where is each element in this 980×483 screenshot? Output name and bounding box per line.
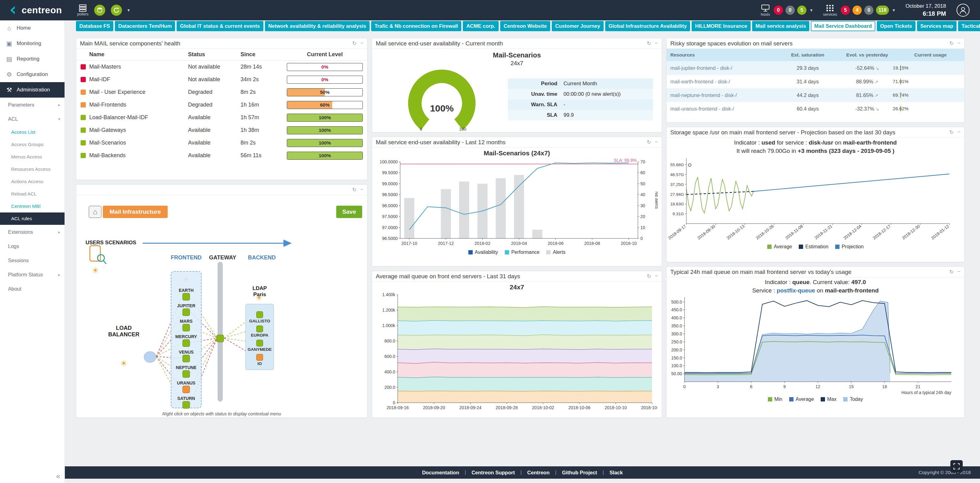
centreon-logo[interactable]: centreon bbox=[0, 5, 65, 16]
sidebar-item-access-groups[interactable]: Access Groups bbox=[0, 138, 65, 151]
sidebar-item-platform-status[interactable]: Platform Status▸ bbox=[0, 268, 65, 282]
mail-queue-31-days-chart[interactable]: 0200.0400.0600.0800.01.000k1.200k1.400k2… bbox=[376, 291, 658, 412]
refresh-icon[interactable]: ↻ bbox=[950, 129, 954, 135]
collapse-icon[interactable]: − bbox=[958, 269, 961, 275]
sidebar-item-administration[interactable]: ⚒Administration bbox=[0, 82, 65, 97]
sidebar-item-logs[interactable]: Logs bbox=[0, 239, 65, 253]
footer-link-slack[interactable]: Slack bbox=[609, 470, 623, 476]
sidebar-item-access-list[interactable]: Access List bbox=[0, 126, 65, 138]
node-saturn[interactable] bbox=[183, 401, 190, 408]
tab-network-availability-reliability-analysis[interactable]: Network availability & reliability analy… bbox=[265, 21, 369, 31]
sidebar-item-centreon-mbi[interactable]: Centreon MBI bbox=[0, 200, 65, 212]
tab-services-map[interactable]: Services map bbox=[917, 21, 956, 31]
node-europa[interactable] bbox=[256, 325, 263, 332]
services-badge-0[interactable]: 5 bbox=[841, 6, 850, 15]
pollers-caret-icon[interactable]: ▾ bbox=[127, 7, 130, 13]
sidebar-item-acl[interactable]: ACL▾ bbox=[0, 112, 65, 126]
node-mercury[interactable] bbox=[183, 340, 190, 347]
tab-mail-service-analysis[interactable]: Mail service analysis bbox=[752, 21, 809, 31]
refresh-icon[interactable]: ↻ bbox=[950, 269, 954, 275]
typical-24h-queue-chart[interactable]: 50.00100.0150.0200.0250.0300.0350.0400.0… bbox=[667, 294, 956, 396]
node-io[interactable] bbox=[256, 354, 263, 361]
fullscreen-toggle-button[interactable] bbox=[950, 460, 963, 472]
collapse-icon[interactable]: − bbox=[655, 139, 658, 145]
storage-projection-chart[interactable]: 9.31G18.63G27.94G37.25G46.57G55.88G2018-… bbox=[667, 155, 956, 243]
table-row[interactable]: mail-uranus-frontend - disk-/60.4 days-3… bbox=[667, 102, 964, 115]
table-row[interactable]: Mail-GatewaysAvailable1h 38m100% bbox=[76, 124, 367, 137]
hosts-badge-1[interactable]: 0 bbox=[786, 6, 795, 15]
table-row[interactable]: Load-Balancer-Mail-IDFAvailable1h 57m100… bbox=[76, 111, 367, 124]
node-ganymede[interactable] bbox=[256, 340, 263, 346]
node-mars[interactable] bbox=[183, 324, 190, 332]
tab-centreon-website[interactable]: Centreon Website bbox=[500, 21, 550, 31]
refresh-icon[interactable]: ↻ bbox=[352, 187, 356, 193]
node-uranus[interactable] bbox=[183, 386, 190, 393]
tab-mail-service-dashboard[interactable]: Mail Service Dashboard bbox=[811, 21, 875, 31]
services-badge-2[interactable]: 0 bbox=[864, 6, 873, 15]
node-gallisto[interactable] bbox=[256, 311, 263, 318]
services-badge-3[interactable]: 118 bbox=[876, 6, 889, 15]
sidebar-item-about[interactable]: About bbox=[0, 282, 65, 296]
tab-global-infrastructure-availability[interactable]: Global Infrastructure Availability bbox=[605, 21, 690, 31]
collapse-icon[interactable]: − bbox=[360, 40, 363, 47]
tab-customer-journey[interactable]: Customer Journey bbox=[552, 21, 604, 31]
node-earth[interactable] bbox=[183, 293, 190, 300]
infrastructure-banner[interactable]: Mail Infrastructure bbox=[103, 206, 168, 218]
user-avatar-icon[interactable] bbox=[956, 4, 969, 17]
hosts-caret-icon[interactable]: ▾ bbox=[810, 7, 813, 13]
home-icon[interactable]: ⌂ bbox=[89, 206, 102, 218]
node-load-balancer[interactable] bbox=[144, 351, 156, 363]
sidebar-item-acl-rules[interactable]: ACL rules bbox=[0, 212, 65, 225]
sidebar-item-extensions[interactable]: Extensions▸ bbox=[0, 225, 65, 239]
footer-link-github-project[interactable]: Github Project bbox=[562, 470, 597, 476]
collapse-icon[interactable]: − bbox=[958, 129, 961, 135]
table-row[interactable]: mail-neptune-frontend - disk-/44.2 days8… bbox=[667, 88, 964, 102]
sidebar-item-reload-acl[interactable]: Reload ACL bbox=[0, 188, 65, 200]
table-row[interactable]: Mail-ScenariosAvailable8m 2s100% bbox=[76, 137, 367, 149]
tab-global-it-status-current-events[interactable]: Global IT status & current events bbox=[177, 21, 263, 31]
table-row[interactable]: Mail-FrontendsDegraded1h 16m60% bbox=[76, 99, 367, 111]
infrastructure-diagram[interactable]: ☀☀☀☀⌂Mail InfrastructureSaveUSERS SCENAR… bbox=[76, 195, 367, 418]
collapse-icon[interactable]: − bbox=[958, 40, 961, 47]
pollers-button[interactable]: pollers bbox=[77, 4, 89, 16]
tab-hillmore-insurance[interactable]: HILLMORE Insurance bbox=[692, 21, 751, 31]
services-caret-icon[interactable]: ▾ bbox=[892, 7, 895, 13]
node-neptune[interactable] bbox=[183, 370, 190, 378]
save-button[interactable]: Save bbox=[336, 206, 362, 218]
node-gateway[interactable] bbox=[216, 335, 224, 342]
table-row[interactable]: Mail-IDFNot available34m 2s0% bbox=[76, 73, 367, 86]
sidebar-item-home[interactable]: ⌂Home bbox=[0, 21, 65, 36]
sidebar-item-parameters[interactable]: Parameters▸ bbox=[0, 97, 65, 112]
collapse-icon[interactable]: − bbox=[360, 187, 363, 193]
tab-tactical-overview[interactable]: Tactical Overview bbox=[958, 21, 980, 31]
availability-12-months-chart[interactable]: SLA: 99.9%96.500097.000097.500098.000098… bbox=[376, 157, 658, 249]
sidebar-collapse-button[interactable]: « bbox=[56, 472, 60, 481]
sidebar-item-reporting[interactable]: ▤Reporting bbox=[0, 51, 65, 67]
table-row[interactable]: Mail-MastersNot available28m 14s0% bbox=[76, 61, 367, 73]
refresh-icon[interactable]: ↻ bbox=[647, 139, 651, 145]
collapse-icon[interactable]: − bbox=[655, 40, 658, 47]
table-row[interactable]: mail-jupiter-frontend - disk-/29.3 days-… bbox=[667, 61, 964, 75]
sidebar-item-resources-access[interactable]: Resources Access bbox=[0, 163, 65, 175]
tab-database-fs[interactable]: Database FS bbox=[76, 21, 113, 31]
hosts-status-group[interactable]: hosts 005 ▾ bbox=[761, 4, 813, 17]
table-row[interactable]: Mail - User ExperienceDegraded8m 2s50% bbox=[76, 86, 367, 99]
services-status-group[interactable]: services 540118 ▾ bbox=[823, 4, 895, 17]
tab-open-tickets[interactable]: Open Tickets bbox=[877, 21, 915, 31]
tab-acme-corp[interactable]: ACME corp. bbox=[463, 21, 499, 31]
node-jupiter[interactable] bbox=[183, 309, 190, 316]
node-venus[interactable] bbox=[183, 355, 190, 362]
tab-datacenters-tem-hum[interactable]: Datacenters Tem/Hum bbox=[115, 21, 175, 31]
refresh-icon[interactable]: ↻ bbox=[950, 40, 954, 47]
footer-link-documentation[interactable]: Documentation bbox=[422, 470, 459, 476]
refresh-icon[interactable]: ↻ bbox=[647, 273, 651, 279]
sidebar-item-configuration[interactable]: ⚙Configuration bbox=[0, 67, 65, 82]
hosts-badge-0[interactable]: 0 bbox=[774, 6, 783, 15]
sidebar-item-sessions[interactable]: Sessions bbox=[0, 253, 65, 268]
sidebar-item-menus-access[interactable]: Menus Access bbox=[0, 151, 65, 163]
sidebar-item-monitoring[interactable]: ▣Monitoring bbox=[0, 36, 65, 51]
services-badge-1[interactable]: 4 bbox=[853, 6, 862, 15]
refresh-icon[interactable]: ↻ bbox=[647, 40, 651, 47]
refresh-icon[interactable]: ↻ bbox=[352, 40, 356, 47]
tab-trafic-nb-connection-on-firewall[interactable]: Trafic & Nb connection on Firewall bbox=[371, 21, 461, 31]
